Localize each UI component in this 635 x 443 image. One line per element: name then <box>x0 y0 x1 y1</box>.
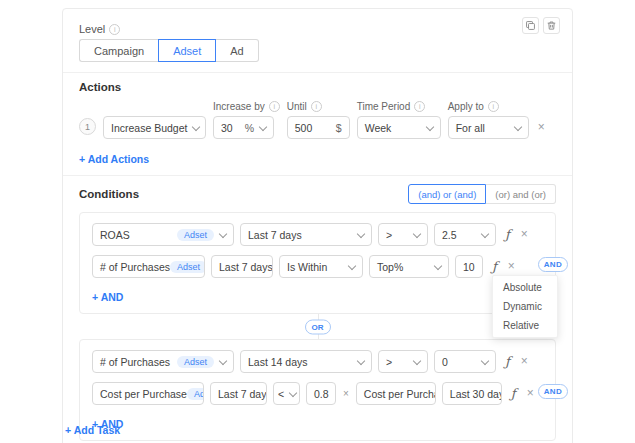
date-range-select[interactable]: Last 7 days <box>210 382 267 405</box>
chevron-down-icon <box>513 122 521 130</box>
level-tag: Adset <box>170 261 205 273</box>
or-badge: OR <box>305 319 331 334</box>
metric-level-select[interactable]: Adset <box>170 261 205 273</box>
multiply-icon: × <box>342 388 350 399</box>
operator-value: > <box>386 356 392 368</box>
metric-select[interactable]: # of Purchases Adset <box>92 350 234 373</box>
function-icon[interactable]: ƒ <box>502 227 513 242</box>
level-tag: Adset <box>177 229 214 241</box>
or-connector: OR <box>79 314 556 339</box>
add-and-link[interactable]: + AND <box>92 291 123 303</box>
mode-select[interactable]: Top% <box>369 255 449 278</box>
chevron-down-icon <box>219 356 227 364</box>
action-type-select[interactable]: Increase Budget <box>103 116 206 139</box>
value: 2.5 <box>442 229 457 241</box>
actions-title: Actions <box>79 81 556 93</box>
metric-value: Cost per Purchase <box>100 388 187 400</box>
date-range-value: Last 14 days <box>248 356 308 368</box>
mode-or-and-or-button[interactable]: (or) and (or) <box>486 184 556 204</box>
until-unit: $ <box>336 122 342 134</box>
time-period-label: Time Period <box>357 101 411 112</box>
apply-to-select[interactable]: For all <box>448 116 529 139</box>
info-icon: i <box>414 101 425 112</box>
chevron-down-icon <box>289 388 297 396</box>
chevron-down-icon <box>481 356 489 364</box>
operator-value: > <box>386 229 392 241</box>
tab-ad[interactable]: Ad <box>216 39 258 62</box>
menu-item-dynamic[interactable]: Dynamic <box>493 297 557 316</box>
metric-select[interactable]: # of Purchases Adset <box>92 255 205 278</box>
condition-row: # of Purchases Adset Last 7 days Is With… <box>92 255 543 278</box>
until-label: Until <box>287 101 307 112</box>
compare-range-select[interactable]: Last 30 days <box>442 382 502 405</box>
metric-value: # of Purchases <box>100 356 170 368</box>
remove-condition-button[interactable]: × <box>519 350 530 373</box>
tab-adset[interactable]: Adset <box>158 39 216 62</box>
compare-metric-select[interactable]: Cost per Purchase <box>356 382 436 405</box>
value-select[interactable]: 0 <box>434 350 496 373</box>
value-select[interactable]: 2.5 <box>434 223 496 246</box>
metric-select[interactable]: Cost per Purchase Adset <box>92 382 204 405</box>
metric-level-select[interactable]: Adset <box>177 356 226 368</box>
apply-to-value: For all <box>456 122 485 134</box>
time-period-select[interactable]: Week <box>357 116 441 139</box>
copy-icon <box>525 20 536 31</box>
operator-select[interactable]: Is Within <box>279 255 363 278</box>
condition-mode-toggle: (and) or (and) (or) and (or) <box>408 184 556 204</box>
mode-and-or-and-button[interactable]: (and) or (and) <box>408 184 486 204</box>
until-input[interactable]: 500 $ <box>287 116 350 139</box>
mode-value: Top% <box>377 261 403 273</box>
operator-value: Is Within <box>287 261 327 273</box>
apply-to-label: Apply to <box>448 101 484 112</box>
function-icon[interactable]: ƒ <box>508 386 519 401</box>
remove-condition-button[interactable]: × <box>525 382 536 405</box>
function-icon[interactable]: ƒ <box>502 354 513 369</box>
operator-select[interactable]: > <box>378 350 428 373</box>
increase-by-label: Increase by <box>213 101 265 112</box>
value-input[interactable]: 0.8 <box>306 382 336 405</box>
metric-level-select[interactable]: Adset <box>177 229 226 241</box>
value: 0 <box>442 356 448 368</box>
date-range-value: Last 7 days <box>218 388 267 400</box>
date-range-select[interactable]: Last 7 days <box>211 255 273 278</box>
value: 0.8 <box>314 388 329 400</box>
condition-group-1: ROAS Adset Last 7 days > 2.5 ƒ × # of Pu… <box>79 212 556 314</box>
add-actions-link[interactable]: + Add Actions <box>79 153 149 165</box>
date-range-select[interactable]: Last 14 days <box>240 350 372 373</box>
metric-select[interactable]: ROAS Adset <box>92 223 234 246</box>
condition-row: Cost per Purchase Adset Last 7 days < 0.… <box>92 382 543 405</box>
value-input[interactable]: 10 <box>455 255 483 278</box>
tab-campaign[interactable]: Campaign <box>79 39 158 62</box>
condition-row: # of Purchases Adset Last 14 days > 0 ƒ … <box>92 350 543 373</box>
menu-item-absolute[interactable]: Absolute <box>493 278 557 297</box>
date-range-select[interactable]: Last 7 days <box>240 223 372 246</box>
add-task-link[interactable]: + Add Task <box>65 424 120 436</box>
remove-condition-button[interactable]: × <box>519 223 530 246</box>
operator-select[interactable]: < <box>273 382 300 405</box>
function-type-menu: Absolute Dynamic Relative <box>492 275 558 338</box>
time-period-value: Week <box>365 122 392 134</box>
condition-group-2: # of Purchases Adset Last 14 days > 0 ƒ … <box>79 339 556 441</box>
action-type-value: Increase Budget <box>111 122 187 134</box>
action-index-badge: 1 <box>79 118 96 135</box>
metric-level-select[interactable]: Adset <box>187 388 204 400</box>
trash-icon <box>546 20 557 31</box>
until-value: 500 <box>295 122 313 134</box>
date-range-value: Last 7 days <box>248 229 302 241</box>
conditions-header: Conditions (and) or (and) (or) and (or) <box>79 184 556 204</box>
metric-value: ROAS <box>100 229 130 241</box>
delete-task-button[interactable] <box>543 17 560 34</box>
duplicate-task-button[interactable] <box>522 17 539 34</box>
chevron-down-icon <box>219 229 227 237</box>
and-connector-badge: AND <box>538 257 568 272</box>
increase-by-input[interactable]: 30 % <box>213 116 274 139</box>
info-icon: i <box>311 101 322 112</box>
task-card: Leveli Campaign Adset Ad Actions 1 <box>62 8 573 443</box>
divider <box>63 175 572 176</box>
and-connector-badge: AND <box>538 384 568 399</box>
function-icon[interactable]: ƒ <box>489 259 500 274</box>
remove-action-button[interactable]: × <box>536 116 547 139</box>
operator-select[interactable]: > <box>378 223 428 246</box>
increase-by-unit: % <box>245 122 254 134</box>
menu-item-relative[interactable]: Relative <box>493 316 557 335</box>
